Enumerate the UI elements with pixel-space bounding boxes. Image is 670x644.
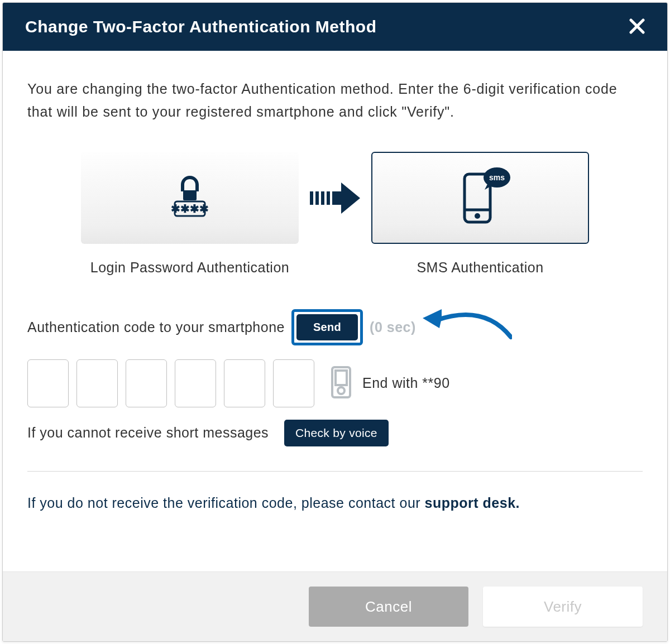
verify-button[interactable]: Verify (483, 587, 643, 627)
two-factor-modal: Change Two-Factor Authentication Method … (2, 2, 668, 642)
modal-title: Change Two-Factor Authentication Method (25, 17, 376, 36)
send-code-row: Authentication code to your smartphone S… (27, 307, 643, 348)
svg-rect-6 (315, 191, 319, 205)
check-by-voice-button[interactable]: Check by voice (284, 420, 389, 446)
svg-rect-8 (327, 191, 330, 205)
svg-rect-9 (332, 191, 342, 205)
intro-text: You are changing the two-factor Authenti… (27, 78, 643, 124)
code-digit-2[interactable] (76, 359, 118, 407)
code-digit-6[interactable] (273, 359, 314, 407)
code-digit-1[interactable] (27, 359, 69, 407)
modal-header: Change Two-Factor Authentication Method (3, 3, 667, 51)
send-timer: (0 sec) (370, 319, 416, 335)
method-to-label: SMS Authentication (417, 259, 543, 276)
close-icon[interactable] (629, 16, 645, 37)
code-entry-row: End with **90 (27, 359, 643, 407)
svg-rect-7 (321, 191, 324, 205)
send-label: Authentication code to your smartphone (27, 319, 285, 335)
svg-text:✱✱✱✱: ✱✱✱✱ (171, 203, 209, 215)
lock-password-icon: ✱✱✱✱ (165, 171, 215, 224)
code-inputs (27, 359, 314, 407)
svg-rect-19 (336, 371, 347, 385)
svg-marker-10 (341, 182, 360, 214)
cancel-button[interactable]: Cancel (309, 587, 468, 627)
svg-point-13 (475, 213, 480, 219)
smartphone-sms-icon: sms (447, 163, 514, 232)
svg-point-20 (338, 387, 344, 394)
method-transition: ✱✱✱✱ Login Password Authentication (27, 152, 643, 276)
method-from-label: Login Password Authentication (90, 259, 289, 276)
svg-rect-5 (310, 191, 313, 205)
send-button[interactable]: Send (296, 314, 358, 340)
support-desk-link[interactable]: support desk. (425, 495, 520, 511)
arrow-right-icon (310, 182, 360, 216)
divider (27, 471, 643, 472)
code-digit-5[interactable] (224, 359, 265, 407)
support-prefix: If you do not receive the verification c… (27, 495, 425, 511)
device-end-with: End with **90 (362, 375, 450, 391)
password-auth-card: ✱✱✱✱ (81, 152, 299, 244)
device-icon (330, 366, 352, 401)
voice-label: If you cannot receive short messages (27, 425, 269, 441)
device-info: End with **90 (330, 366, 450, 401)
support-text: If you do not receive the verification c… (27, 495, 643, 511)
voice-check-row: If you cannot receive short messages Che… (27, 420, 643, 446)
svg-rect-2 (183, 190, 197, 200)
svg-marker-17 (423, 309, 442, 328)
modal-body: You are changing the two-factor Authenti… (3, 51, 667, 571)
curved-arrow-icon (423, 304, 512, 345)
sms-auth-card: sms (371, 152, 589, 244)
modal-footer: Cancel Verify (3, 571, 667, 641)
method-to: sms SMS Authentication (371, 152, 589, 276)
code-digit-4[interactable] (175, 359, 216, 407)
code-digit-3[interactable] (126, 359, 167, 407)
send-button-highlight: Send (291, 309, 363, 345)
method-from: ✱✱✱✱ Login Password Authentication (81, 152, 299, 276)
svg-text:sms: sms (489, 173, 505, 182)
